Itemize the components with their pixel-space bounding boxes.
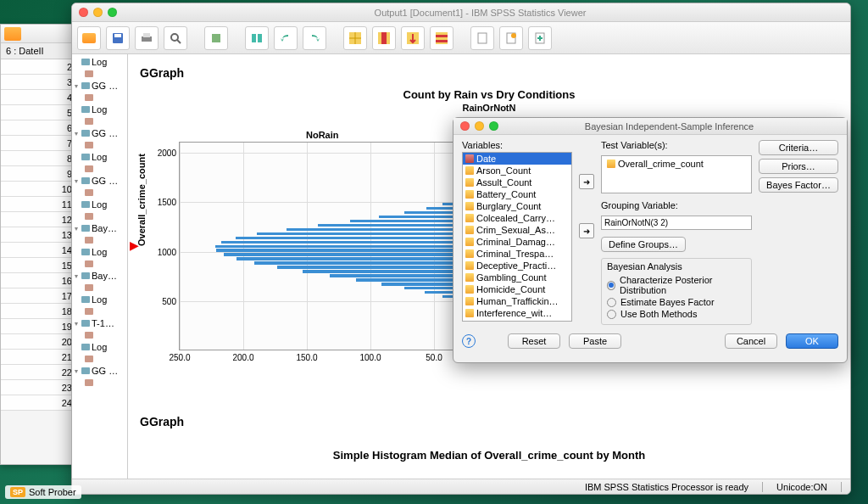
- row-header[interactable]: 21: [1, 350, 75, 365]
- variable-item[interactable]: Assult_Count: [463, 176, 571, 188]
- tree-item[interactable]: ▼GG …: [73, 365, 126, 377]
- radio-option[interactable]: Characterize Posterior Distribution: [607, 274, 746, 296]
- insert-text-button[interactable]: [528, 26, 552, 50]
- tree-item[interactable]: Log: [73, 199, 126, 210]
- variable-item[interactable]: Date: [463, 153, 571, 165]
- tree-subitem[interactable]: [73, 139, 126, 151]
- zoom-icon[interactable]: [489, 121, 498, 131]
- help-button[interactable]: ?: [462, 334, 476, 348]
- tree-item[interactable]: ▼GG …: [73, 127, 126, 139]
- row-header[interactable]: 2: [1, 59, 75, 75]
- tree-item[interactable]: Log: [73, 151, 126, 163]
- criteria-button[interactable]: Criteria…: [759, 140, 838, 155]
- variable-item[interactable]: Deceptive_Practi…: [463, 260, 571, 272]
- row-header[interactable]: 16: [1, 273, 75, 288]
- tree-subitem[interactable]: [73, 305, 126, 317]
- variable-item[interactable]: Interference_wit…: [463, 307, 571, 319]
- move-to-testvar-button[interactable]: ➜: [579, 174, 594, 189]
- row-header[interactable]: 18: [1, 304, 75, 319]
- open-button[interactable]: [77, 26, 101, 50]
- row-header[interactable]: 13: [1, 227, 75, 243]
- dialog-recall-button[interactable]: [245, 26, 269, 50]
- goto-case-button[interactable]: [343, 26, 367, 50]
- close-icon[interactable]: [460, 121, 470, 131]
- reset-button[interactable]: Reset: [508, 333, 560, 349]
- row-header[interactable]: 11: [1, 197, 75, 212]
- row-header[interactable]: 14: [1, 243, 75, 258]
- tree-item[interactable]: ▼GG …: [73, 175, 126, 187]
- row-header[interactable]: 3: [1, 75, 75, 90]
- close-icon[interactable]: [79, 8, 88, 17]
- open-file-icon[interactable]: [4, 27, 21, 41]
- row-header[interactable]: 12: [1, 212, 75, 227]
- tree-item[interactable]: ▼Bay…: [73, 270, 126, 282]
- tree-subitem[interactable]: [73, 377, 126, 389]
- variable-item[interactable]: Burglary_Count: [463, 200, 571, 212]
- cancel-button[interactable]: Cancel: [725, 333, 777, 349]
- save-button[interactable]: [106, 26, 130, 50]
- insert-title-button[interactable]: [499, 26, 523, 50]
- tree-subitem[interactable]: [73, 329, 126, 341]
- undo-button[interactable]: [274, 26, 298, 50]
- define-groups-button[interactable]: Define Groups…: [601, 237, 686, 252]
- row-header[interactable]: 8: [1, 151, 75, 166]
- variable-item[interactable]: Arson_Count: [463, 165, 571, 176]
- tree-subitem[interactable]: [73, 115, 126, 127]
- insert-heading-button[interactable]: [470, 26, 494, 50]
- variable-item[interactable]: Criminal_Damag…: [463, 236, 571, 248]
- goto-var-button[interactable]: [372, 26, 396, 50]
- tree-subitem[interactable]: [73, 234, 126, 246]
- grouping-variable-input[interactable]: [601, 216, 752, 230]
- row-header[interactable]: 17: [1, 288, 75, 304]
- tree-item[interactable]: ▼Bay…: [73, 222, 126, 234]
- variable-item[interactable]: Human_Traffickin…: [463, 295, 571, 307]
- variables-listbox[interactable]: DateArson_CountAssult_CountBattery_Count…: [462, 152, 572, 322]
- radio-option[interactable]: Use Both Methods: [607, 308, 746, 320]
- row-header[interactable]: 20: [1, 334, 75, 350]
- row-header[interactable]: 15: [1, 258, 75, 273]
- redo-button[interactable]: [303, 26, 326, 50]
- export-button[interactable]: [204, 26, 228, 50]
- row-header[interactable]: 5: [1, 105, 75, 120]
- testvar-listbox[interactable]: Overall_crime_count: [601, 155, 752, 193]
- row-header[interactable]: 7: [1, 136, 75, 151]
- variable-item[interactable]: Colcealed_Carry…: [463, 212, 571, 224]
- tree-item[interactable]: ▼T-1…: [73, 317, 126, 329]
- tree-subitem[interactable]: [73, 258, 126, 270]
- variable-item[interactable]: Crim_Sexual_As…: [463, 224, 571, 236]
- row-header[interactable]: 23: [1, 380, 75, 395]
- tree-subitem[interactable]: [73, 68, 126, 80]
- tree-item[interactable]: Log: [73, 104, 126, 115]
- tree-subitem[interactable]: [73, 92, 126, 104]
- select-cases-button[interactable]: [430, 26, 453, 50]
- tree-item[interactable]: Log: [73, 294, 126, 305]
- tree-subitem[interactable]: [73, 282, 126, 294]
- variables-button[interactable]: [401, 26, 425, 50]
- outline-tree[interactable]: Log▼GG …Log▼GG …Log▼GG …Log▼Bay…Log▼Bay……: [72, 54, 128, 479]
- variable-item[interactable]: Criminal_Trespa…: [463, 248, 571, 260]
- testvar-item[interactable]: Overall_crime_count: [604, 158, 748, 170]
- radio-option[interactable]: Estimate Bayes Factor: [607, 296, 746, 308]
- zoom-icon[interactable]: [108, 8, 117, 17]
- tree-item[interactable]: Log: [73, 56, 126, 68]
- row-header[interactable]: 24: [1, 395, 75, 411]
- preview-button[interactable]: [164, 26, 187, 50]
- row-header[interactable]: 19: [1, 319, 75, 334]
- row-header[interactable]: 9: [1, 166, 75, 182]
- tree-subitem[interactable]: [73, 187, 126, 199]
- tree-subitem[interactable]: [73, 353, 126, 365]
- minimize-icon[interactable]: [93, 8, 103, 17]
- tree-subitem[interactable]: [73, 210, 126, 222]
- minimize-icon[interactable]: [475, 121, 484, 131]
- move-to-grouping-button[interactable]: ➜: [579, 223, 594, 238]
- tree-item[interactable]: ▼GG …: [73, 80, 126, 92]
- ok-button[interactable]: OK: [786, 333, 838, 349]
- tree-subitem[interactable]: [73, 163, 126, 175]
- variable-item[interactable]: Battery_Count: [463, 188, 571, 200]
- variable-item[interactable]: Gambling_Count: [463, 272, 571, 283]
- print-button[interactable]: [135, 26, 159, 50]
- paste-button[interactable]: Paste: [569, 333, 621, 349]
- row-header[interactable]: 4: [1, 90, 75, 105]
- tree-item[interactable]: Log: [73, 246, 126, 258]
- bayesfactor-button[interactable]: Bayes Factor…: [759, 177, 838, 193]
